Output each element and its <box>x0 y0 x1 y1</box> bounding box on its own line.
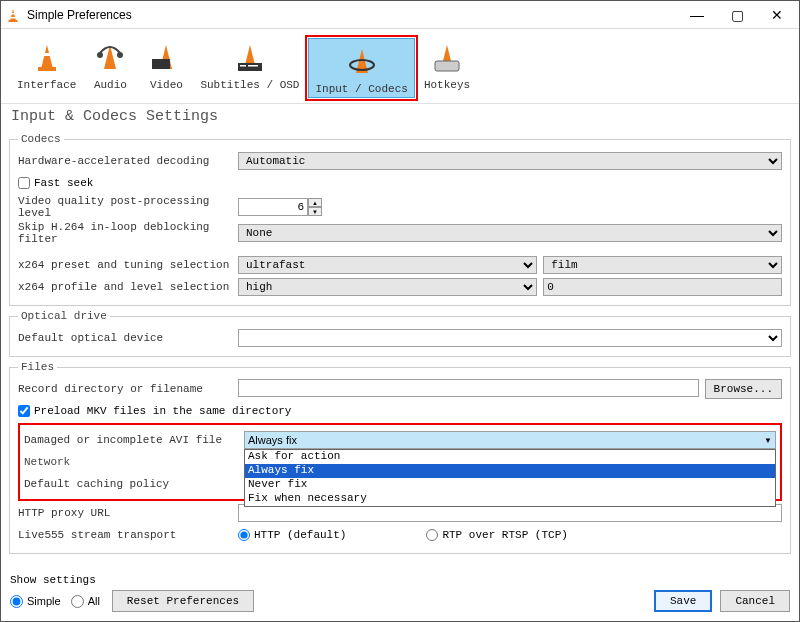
svg-rect-2 <box>11 17 16 19</box>
optical-default-label: Default optical device <box>18 332 238 344</box>
vq-spin-input[interactable] <box>238 198 308 216</box>
svg-marker-4 <box>41 45 53 69</box>
optical-legend: Optical drive <box>18 310 110 322</box>
avi-select-open[interactable]: Always fix▼ Ask for action Always fix Ne… <box>244 431 776 449</box>
reset-button[interactable]: Reset Preferences <box>112 590 254 612</box>
preload-mkv-label: Preload MKV files in the same directory <box>34 405 291 417</box>
maximize-button[interactable]: ▢ <box>717 1 757 29</box>
cancel-button[interactable]: Cancel <box>720 590 790 612</box>
tab-input-codecs[interactable]: Input / Codecs <box>308 38 414 98</box>
settings-content: Codecs Hardware-accelerated decoding Aut… <box>1 133 799 554</box>
optical-default-select[interactable] <box>238 329 782 347</box>
page-heading: Input & Codecs Settings <box>1 104 799 133</box>
vq-spin-up[interactable]: ▲ <box>308 198 322 207</box>
tab-hotkeys[interactable]: Hotkeys <box>418 35 476 101</box>
chevron-down-icon: ▼ <box>764 436 772 445</box>
svg-rect-5 <box>43 53 51 56</box>
live555-rtp-radio[interactable] <box>426 529 438 541</box>
x264-level-input[interactable] <box>543 278 782 296</box>
x264-tuning-select[interactable]: film <box>543 256 782 274</box>
vlc-icon <box>3 7 23 23</box>
svg-rect-11 <box>152 59 170 69</box>
titlebar: Simple Preferences — ▢ ✕ <box>1 1 799 29</box>
fast-seek-checkbox[interactable] <box>18 177 30 189</box>
proxy-label: HTTP proxy URL <box>18 507 238 519</box>
hw-decode-label: Hardware-accelerated decoding <box>18 155 238 167</box>
vq-spin-down[interactable]: ▼ <box>308 207 322 216</box>
avi-option-list: Ask for action Always fix Never fix Fix … <box>244 449 776 507</box>
x264-preset-select[interactable]: ultrafast <box>238 256 537 274</box>
svg-rect-6 <box>38 67 56 71</box>
skip-h264-label: Skip H.264 in-loop deblocking filter <box>18 221 238 245</box>
optical-group: Optical drive Default optical device <box>9 310 791 357</box>
live555-http-radio[interactable] <box>238 529 250 541</box>
x264-profile-select[interactable]: high <box>238 278 537 296</box>
close-button[interactable]: ✕ <box>757 1 797 29</box>
svg-point-9 <box>117 52 123 58</box>
minimize-button[interactable]: — <box>677 1 717 29</box>
svg-marker-0 <box>10 9 16 21</box>
avi-row-highlight: Damaged or incomplete AVI file Always fi… <box>18 423 782 501</box>
live555-label: Live555 stream transport <box>18 529 238 541</box>
show-simple-radio[interactable] <box>10 595 23 608</box>
codecs-legend: Codecs <box>18 133 64 145</box>
svg-point-8 <box>97 52 103 58</box>
files-group: Files Record directory or filename Brows… <box>9 361 791 554</box>
svg-rect-15 <box>248 65 258 67</box>
avi-option[interactable]: Never fix <box>245 478 775 492</box>
footer: Show settings Simple All Reset Preferenc… <box>0 568 800 622</box>
svg-rect-19 <box>435 61 459 71</box>
x264-profile-label: x264 profile and level selection <box>18 281 238 293</box>
show-settings-label: Show settings <box>10 574 254 586</box>
fast-seek-label: Fast seek <box>34 177 93 189</box>
save-button[interactable]: Save <box>654 590 712 612</box>
preload-mkv-checkbox[interactable] <box>18 405 30 417</box>
skip-h264-select[interactable]: None <box>238 224 782 242</box>
codecs-group: Codecs Hardware-accelerated decoding Aut… <box>9 133 791 306</box>
svg-rect-3 <box>9 20 18 22</box>
avi-option[interactable]: Fix when necessary <box>245 492 775 506</box>
vq-label: Video quality post-processing level <box>18 195 238 219</box>
avi-label: Damaged or incomplete AVI file <box>24 434 244 446</box>
tab-interface[interactable]: Interface <box>11 35 82 101</box>
files-legend: Files <box>18 361 57 373</box>
category-toolbar: Interface Audio Video Subtitles / OSD In… <box>1 29 799 104</box>
svg-rect-1 <box>11 13 15 15</box>
window-title: Simple Preferences <box>23 8 677 22</box>
x264-preset-label: x264 preset and tuning selection <box>18 259 238 271</box>
hw-decode-select[interactable]: Automatic <box>238 152 782 170</box>
svg-rect-14 <box>240 65 246 67</box>
browse-button[interactable]: Browse... <box>705 379 782 399</box>
tab-subtitles[interactable]: Subtitles / OSD <box>194 35 305 101</box>
show-all-radio[interactable] <box>71 595 84 608</box>
avi-option[interactable]: Ask for action <box>245 450 775 464</box>
svg-rect-13 <box>238 63 262 71</box>
caching-label: Default caching policy <box>24 478 244 490</box>
tab-audio[interactable]: Audio <box>82 35 138 101</box>
tab-video[interactable]: Video <box>138 35 194 101</box>
record-input[interactable] <box>238 379 699 397</box>
avi-option[interactable]: Always fix <box>245 464 775 478</box>
tab-input-codecs-highlight: Input / Codecs <box>305 35 417 101</box>
record-label: Record directory or filename <box>18 383 238 395</box>
